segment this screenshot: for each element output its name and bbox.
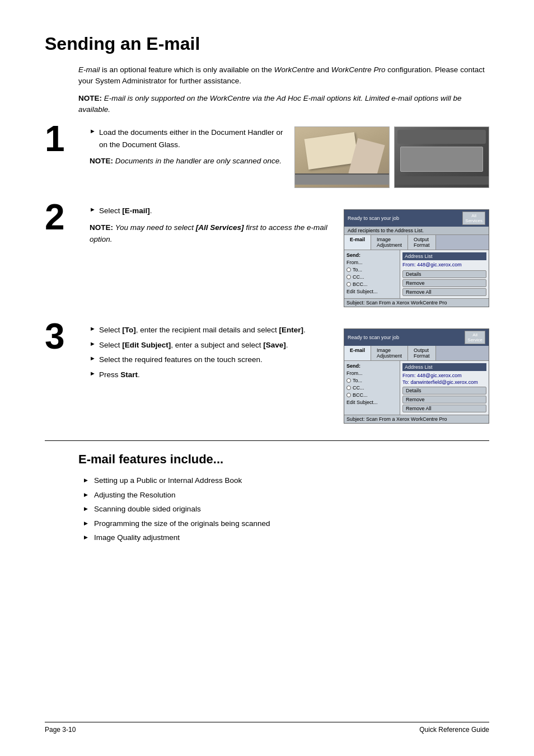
step-1-note-text: Documents in the handler are only scanne…: [115, 157, 282, 165]
details-btn-3[interactable]: Details: [402, 387, 486, 395]
step-3-bullet2-row: ► Select [Edit Subject], enter a subject…: [90, 339, 332, 351]
step-3-bullet4-row: ► Press Start.: [90, 369, 332, 381]
to-radio-3[interactable]: [346, 378, 351, 383]
from-label-3: From...: [346, 370, 363, 376]
page-footer: Page 3-10 Quick Reference Guide: [45, 722, 489, 734]
bcc-label-3: BCC...: [353, 392, 368, 398]
features-list: Setting up a Public or Internal Address …: [84, 473, 489, 545]
intro-note-text: E-mail is only supported on the WorkCent…: [78, 94, 462, 114]
details-btn-2[interactable]: Details: [402, 270, 486, 278]
step-3-enter-bold: [Enter]: [279, 326, 304, 334]
step-1-bullet1-row: ► Load the documents either in the Docum…: [90, 126, 286, 151]
intro-note-label: NOTE:: [78, 94, 102, 102]
ui-subheader-2: Add recipients to the Address List.: [344, 227, 489, 235]
to-address-3: To: danwinterfield@gic.xerox.com: [402, 379, 486, 385]
services-button-2[interactable]: AllServices: [462, 212, 485, 225]
ui-screenshot-3: Ready to scan your job AllService E-mail…: [344, 328, 489, 424]
from-address-3: From: 448@gic.xerox.com: [402, 373, 486, 378]
ui-buttons-3: Details Remove Remove All: [402, 387, 486, 412]
subject-label-3: Subject:: [346, 416, 366, 422]
step-2-note-text: You may need to select [All Services] fi…: [90, 223, 327, 244]
scanner-image-2: [394, 126, 489, 188]
ui-right-3: Address List From: 448@gic.xerox.com To:…: [400, 361, 489, 415]
ui-tab-output-2[interactable]: OutputFormat: [408, 235, 436, 250]
edit-subject-label-3: Edit Subject...: [346, 400, 378, 405]
intro-paragraph: E-mail is an optional feature which is o…: [78, 64, 489, 87]
ui-header-text-3: Ready to scan your job: [348, 335, 399, 340]
page-title: Sending an E-mail: [45, 34, 489, 54]
step-3-bullet3-row: ► Select the required features on the to…: [90, 354, 332, 366]
step-3-save-bold: [Save]: [263, 341, 286, 349]
from-address-2: From: 448@gic.xerox.com: [402, 262, 486, 267]
ui-buttons-2: Details Remove Remove All: [402, 270, 486, 296]
remove-all-btn-3[interactable]: Remove All: [402, 405, 486, 412]
ui-tab-email-2[interactable]: E-mail: [344, 235, 371, 250]
edit-subject-row-2: Edit Subject...: [346, 289, 397, 294]
step-3-start-bold: Start: [120, 370, 138, 379]
bcc-radio-3[interactable]: [346, 393, 351, 397]
remove-btn-2[interactable]: Remove: [402, 279, 486, 287]
ui-header-2: Ready to scan your job AllServices: [344, 210, 489, 227]
to-row-2: To...: [346, 267, 397, 273]
step-2-bullet1-row: ► Select [E-mail].: [90, 205, 332, 217]
cc-label-2: CC...: [353, 274, 364, 280]
footer-page-number: Page 3-10: [45, 726, 76, 734]
step-3-bullet3: Select the required features on the touc…: [99, 354, 263, 366]
cc-label-3: CC...: [353, 385, 364, 391]
step-3-to-bold: [To]: [122, 326, 135, 334]
remove-all-btn-2[interactable]: Remove All: [402, 288, 486, 296]
ui-tab-output-3[interactable]: OutputFormat: [408, 346, 436, 360]
remove-btn-3[interactable]: Remove: [402, 396, 486, 403]
from-row-2: From...: [346, 260, 397, 265]
step-1-number: 1: [45, 121, 84, 188]
step-3-bullet2: Select [Edit Subject], enter a subject a…: [99, 339, 288, 351]
step-3-content: ► Select [To], enter the recipient mail …: [84, 324, 489, 424]
step-3-arrow-3: ►: [90, 355, 96, 361]
step-3-bullet1-row: ► Select [To], enter the recipient mail …: [90, 324, 332, 336]
step-2-screenshot: Ready to scan your job AllServices Add r…: [344, 205, 489, 307]
step-1-images: [294, 126, 489, 188]
step-3-layout: ► Select [To], enter the recipient mail …: [90, 324, 489, 424]
to-label-2: To...: [353, 267, 362, 273]
step-1-content: ► Load the documents either in the Docum…: [84, 126, 489, 188]
bcc-radio-2[interactable]: [346, 282, 351, 287]
feature-item-2: Adjusting the Resolution: [84, 488, 489, 503]
ui-left-3: Send: From... To... CC.: [344, 361, 400, 415]
ui-tab-email-3[interactable]: E-mail: [344, 346, 371, 360]
to-radio-2[interactable]: [346, 267, 351, 272]
footer-guide-title: Quick Reference Guide: [419, 726, 489, 734]
feature-item-3: Scanning double sided originals: [84, 502, 489, 516]
step-2-note: NOTE: You may need to select [All Servic…: [90, 222, 332, 246]
step-3-number: 3: [45, 318, 84, 424]
step-3-bullet4: Press Start.: [99, 369, 140, 381]
cc-radio-3[interactable]: [346, 386, 351, 390]
features-section: E-mail features include... Setting up a …: [78, 452, 489, 545]
step-2-note-bold: [All Services]: [196, 223, 244, 232]
feature-item-1: Setting up a Public or Internal Address …: [84, 473, 489, 488]
step-2-note-label: NOTE:: [90, 223, 113, 232]
section-divider: [45, 440, 489, 441]
step-3-arrow-1: ►: [90, 325, 96, 332]
send-label-2: Send:: [346, 252, 397, 258]
send-label-3: Send:: [346, 363, 397, 369]
subject-value-2: Scan From a Xerox WorkCentre Pro: [366, 300, 447, 306]
services-button-3[interactable]: AllService: [465, 331, 485, 344]
to-row-3: To...: [346, 378, 397, 383]
intro-workcentrepro-italic: WorkCentre Pro: [331, 65, 386, 74]
step-2-bullet1: Select [E-mail].: [99, 205, 152, 217]
ui-left-2: Send: From... To... CC.: [344, 250, 400, 298]
ui-header-text-2: Ready to scan your job: [348, 215, 399, 221]
intro-email-italic: E-mail: [78, 65, 100, 74]
cc-radio-2[interactable]: [346, 275, 351, 279]
step-1-bullet1: Load the documents either in the Documen…: [99, 126, 286, 151]
machine-panel: [400, 147, 483, 172]
cc-row-2: CC...: [346, 274, 397, 280]
ui-tab-image-3[interactable]: ImageAdjustment: [371, 346, 408, 360]
to-label-3: To...: [353, 378, 362, 383]
subject-bar-2: Subject: Scan From a Xerox WorkCentre Pr…: [344, 298, 489, 307]
ui-body-2: Send: From... To... CC.: [344, 250, 489, 298]
ui-tabs-3: E-mail ImageAdjustment OutputFormat: [344, 346, 489, 361]
ui-tab-image-2[interactable]: ImageAdjustment: [371, 235, 408, 250]
step-3-arrow-4: ►: [90, 370, 96, 377]
cc-row-3: CC...: [346, 385, 397, 391]
